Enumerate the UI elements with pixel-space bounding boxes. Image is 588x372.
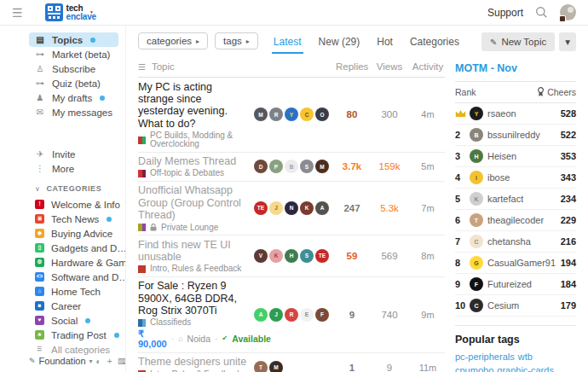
tags-filter-dropdown[interactable]: tags ▸ — [215, 32, 258, 49]
activity-time[interactable]: 5m — [411, 161, 445, 171]
poster-avatar[interactable]: T — [254, 361, 268, 372]
member-avatar[interactable]: I — [470, 171, 483, 184]
sidebar-item[interactable]: ⊶ Market (beta) — [29, 47, 118, 61]
location-tag[interactable]: Noida — [187, 334, 210, 344]
sidebar-category-item[interactable]: ■ Career — [29, 299, 118, 313]
tag-link[interactable]: pc-peripherals — [455, 351, 515, 364]
poster-avatar[interactable]: TE — [315, 249, 329, 263]
poster-avatar[interactable]: D — [254, 160, 268, 173]
replies-count[interactable]: 3.7k — [336, 161, 368, 171]
topic-title[interactable]: My PC is acting strange since yesterday … — [138, 81, 249, 131]
sidebar-item[interactable]: ♙ Subscribe — [29, 61, 118, 76]
topic-title[interactable]: Find this new TE UI unusable — [138, 239, 249, 264]
poster-avatar[interactable]: M — [269, 361, 283, 372]
poster-avatar[interactable]: C — [300, 108, 314, 121]
poster-avatar[interactable]: K — [300, 201, 314, 215]
member-avatar[interactable]: C — [470, 235, 483, 248]
replies-count[interactable]: 59 — [336, 251, 368, 261]
poster-avatar[interactable]: K — [269, 249, 283, 263]
member-name[interactable]: CasualGamer91 — [487, 258, 556, 268]
sidebar-category-item[interactable]: ⌂ Home Tech — [29, 284, 118, 299]
motm-title[interactable]: MOTM - Nov — [455, 62, 576, 74]
sidebar-item[interactable]: ♟ My drafts — [29, 90, 118, 105]
replies-column-header[interactable]: Replies — [336, 61, 368, 72]
poster-avatar[interactable]: A — [315, 201, 329, 215]
tag-link[interactable]: wtb — [518, 351, 533, 364]
sidebar-category-item[interactable]: ⚙ Hardware & Gaming — [29, 255, 118, 270]
nav-tab[interactable]: Categories — [408, 32, 461, 54]
topic-category[interactable]: Private Lounge — [138, 224, 249, 232]
topic-title[interactable]: Theme designers unite — [138, 356, 249, 368]
poster-avatar[interactable]: V — [254, 249, 268, 263]
member-name[interactable]: chetansha — [487, 236, 531, 247]
member-avatar[interactable]: F — [470, 277, 483, 291]
poster-avatar[interactable]: R — [285, 308, 298, 322]
sidebar-category-item[interactable]: ☰ All categories — [29, 342, 118, 357]
activity-time[interactable]: 7m — [411, 203, 445, 213]
sidebar-category-item[interactable]: ◆ Buying Advice — [29, 226, 118, 241]
price-tag[interactable]: ₹ 90,000 — [138, 328, 167, 349]
sidebar-category-item[interactable]: <> Software and D… — [29, 270, 118, 284]
categories-section-header[interactable]: ∨ Categories — [35, 184, 118, 193]
sidebar-category-item[interactable]: ♣ Trading Post — [29, 328, 118, 342]
member-name[interactable]: theagilecoder — [487, 215, 544, 225]
member-name[interactable]: kartefact — [487, 194, 523, 204]
poster-avatar[interactable]: E — [300, 308, 314, 322]
theme-selector[interactable]: Foundation — [39, 356, 86, 366]
tag-link[interactable]: graphic-cards — [497, 364, 554, 372]
new-topic-button[interactable]: ✎ New Topic — [481, 32, 555, 51]
poster-avatar[interactable]: R — [269, 108, 283, 121]
member-avatar[interactable]: H — [470, 149, 483, 163]
poster-avatar[interactable]: S — [300, 249, 314, 263]
topic-category[interactable]: Intro, Rules & Feedback — [138, 264, 249, 273]
categories-filter-dropdown[interactable]: categories ▸ — [138, 32, 208, 49]
sidebar-category-item[interactable]: ♥ Social — [29, 313, 118, 328]
plus-icon[interactable]: + — [107, 357, 112, 366]
topic-title[interactable]: Daily Memes Thread — [138, 155, 249, 167]
member-avatar[interactable]: T — [470, 213, 483, 227]
support-link[interactable]: Support — [487, 7, 523, 19]
poster-avatar[interactable]: A — [254, 308, 268, 322]
poster-avatar[interactable]: Y — [285, 108, 298, 121]
member-name[interactable]: Cesium — [487, 300, 519, 311]
sidebar-item[interactable]: ✉ My messages — [29, 105, 118, 119]
sidebar-item[interactable]: ▤ Topics — [29, 32, 118, 47]
contrast-icon[interactable]: ◐ — [96, 357, 101, 366]
views-column-header[interactable]: Views — [373, 61, 406, 72]
member-avatar[interactable]: B — [470, 128, 483, 142]
nav-tab[interactable]: New (29) — [317, 32, 362, 54]
poster-avatar[interactable]: M — [315, 160, 329, 173]
member-avatar[interactable]: Y — [470, 107, 483, 120]
nav-tab[interactable]: Latest — [272, 32, 303, 54]
poster-avatar[interactable]: TE — [254, 201, 268, 215]
topic-title[interactable]: For Sale : Ryzen 9 5900X, 64GB DDR4, Rog… — [138, 280, 249, 317]
keyboard-icon[interactable]: ⌨ — [118, 357, 127, 366]
member-name[interactable]: Futureized — [487, 279, 532, 289]
poster-avatar[interactable]: H — [285, 249, 298, 263]
sidebar-category-item[interactable]: ▯ Gadgets and D… — [29, 241, 118, 255]
poster-avatar[interactable]: S — [300, 160, 314, 173]
poster-avatar[interactable]: O — [315, 108, 329, 121]
chevron-down-icon[interactable]: ▾ — [89, 357, 93, 365]
member-name[interactable]: rsaeon — [487, 108, 516, 119]
search-icon[interactable] — [535, 6, 548, 19]
poster-avatar[interactable]: J — [269, 201, 283, 215]
member-avatar[interactable]: C — [470, 299, 483, 312]
topic-list-icon[interactable]: ☰ — [138, 62, 146, 72]
site-logo[interactable]: tech enclave ▼ — [45, 3, 96, 21]
activity-time[interactable]: 9m — [411, 310, 445, 320]
poster-avatar[interactable]: N — [285, 201, 298, 215]
replies-count[interactable]: 80 — [336, 109, 368, 119]
topic-category[interactable]: Classifieds — [138, 318, 249, 327]
replies-count[interactable]: 1 — [336, 363, 368, 372]
activity-time[interactable]: 11m — [411, 363, 445, 372]
member-name[interactable]: bssunilreddy — [487, 130, 540, 140]
replies-count[interactable]: 9 — [336, 310, 368, 320]
sidebar-item[interactable]: ✈ Invite — [29, 147, 118, 161]
activity-time[interactable]: 8m — [411, 251, 445, 261]
hamburger-menu-icon[interactable]: ☰ — [12, 7, 23, 19]
poster-avatar[interactable]: P — [269, 160, 283, 173]
sidebar-category-item[interactable]: ≣ Tech News — [29, 212, 118, 226]
sidebar-item[interactable]: ⊶ Quiz (beta) — [29, 76, 118, 90]
sidebar-category-item[interactable]: ! Welcome & Info — [29, 197, 118, 212]
